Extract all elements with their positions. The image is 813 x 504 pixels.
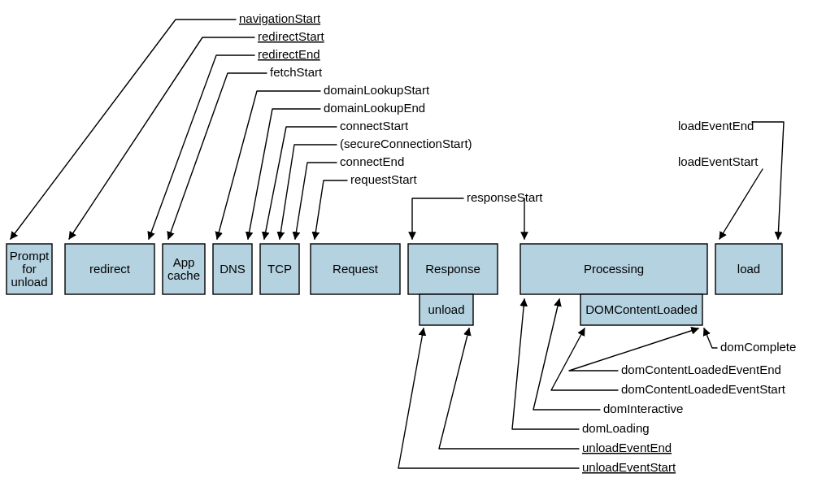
arrow-domainLookupEnd (248, 109, 320, 239)
box-unload-label: unload (428, 302, 464, 316)
arrow-fetchStart (168, 73, 267, 239)
arrow-unloadEventEnd (439, 328, 579, 449)
label-domContentLoadedEventEnd: domContentLoadedEventEnd (621, 363, 781, 376)
arrow-redirectStart (69, 37, 254, 239)
box-dns-label: DNS (220, 262, 246, 276)
box-appcache-line2: cache (167, 268, 200, 282)
box-response-label: Response (425, 262, 480, 276)
label-loadEventStart: loadEventStart (678, 154, 759, 168)
arrow-requestStart (315, 180, 347, 239)
label-domainLookupStart: domainLookupStart (324, 83, 430, 97)
box-prompt-line1: Prompt (10, 249, 50, 263)
label-unloadEventEnd: unloadEventEnd (582, 441, 672, 454)
arrow-connectStart (264, 127, 337, 239)
label-unloadEventStart: unloadEventStart (582, 460, 676, 474)
arrow-responseStart (412, 198, 463, 239)
box-prompt-line2: for (22, 262, 37, 276)
box-appcache-line1: App (173, 255, 195, 269)
label-domInteractive: domInteractive (603, 402, 683, 415)
box-processing-label: Processing (584, 262, 644, 276)
box-prompt-line3: unload (11, 275, 47, 289)
box-request-label: Request (333, 262, 379, 276)
label-requestStart: requestStart (350, 172, 418, 186)
label-connectStart: connectStart (340, 119, 409, 133)
arrow-domComplete (704, 328, 717, 348)
arrow-loadEventEnd (752, 122, 784, 239)
navigation-timing-diagram: Prompt for unload redirect App cache DNS… (0, 0, 813, 504)
label-domainLookupEnd: domainLookupEnd (324, 101, 425, 115)
box-dcl-label: DOMContentLoaded (585, 302, 698, 316)
arrow-dclEventStart (551, 328, 618, 390)
label-connectEnd: connectEnd (340, 154, 404, 168)
label-secureConnectionStart: (secureConnectionStart) (340, 137, 472, 150)
label-redirectStart: redirectStart (258, 29, 325, 43)
label-domContentLoadedEventStart: domContentLoadedEventStart (621, 382, 786, 396)
label-domLoading: domLoading (582, 421, 650, 435)
box-tcp-label: TCP (267, 262, 292, 276)
arrow-navigationStart (11, 20, 236, 239)
label-loadEventEnd: loadEventEnd (678, 119, 754, 133)
label-navigationStart: navigationStart (239, 11, 321, 25)
box-load-label: load (737, 262, 760, 276)
arrow-unloadEventStart (398, 328, 579, 468)
label-redirectEnd: redirectEnd (258, 47, 320, 61)
label-fetchStart: fetchStart (270, 65, 323, 79)
arrow-secureConnectionStart (280, 145, 337, 239)
arrow-loadEventStart (720, 169, 763, 239)
box-redirect-label: redirect (89, 262, 131, 276)
label-responseStart: responseStart (467, 190, 543, 204)
label-domComplete: domComplete (720, 340, 796, 354)
